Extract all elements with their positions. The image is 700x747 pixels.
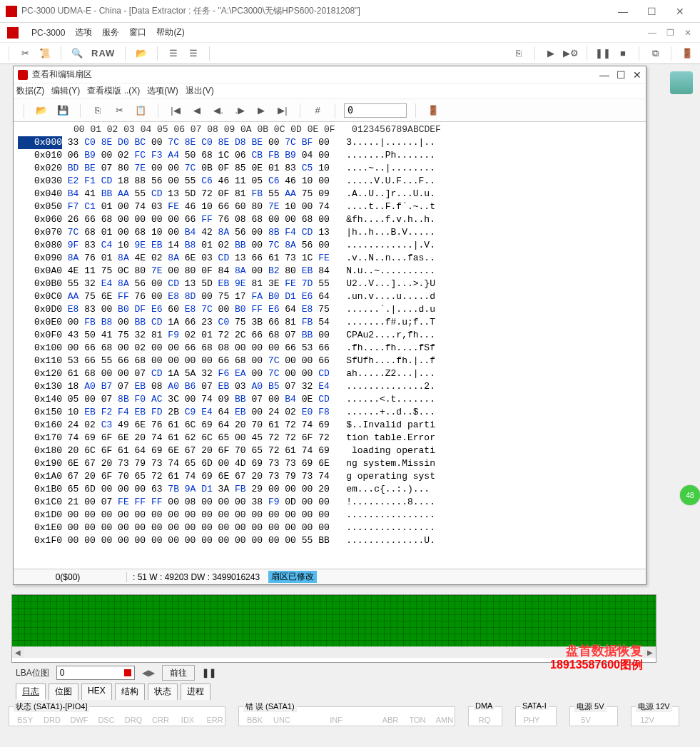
lba-controls: LBA位图 0 ◀▶ 前往 ❚❚ bbox=[16, 665, 658, 681]
status-led: 12V bbox=[637, 716, 657, 724]
hex-row[interactable]: 0x100 00 66 68 00 02 00 00 66 68 08 00 0… bbox=[18, 342, 641, 355]
hex-row[interactable]: 0x0B0 55 32 E4 8A 56 00 CD 13 5D EB 9E 8… bbox=[18, 278, 641, 290]
scroll-left-icon[interactable]: ◀ bbox=[12, 647, 24, 658]
lba-grid[interactable] bbox=[12, 595, 656, 646]
hex-row[interactable]: 0x130 18 A0 B7 07 EB 08 A0 B6 07 EB 03 A… bbox=[18, 380, 641, 393]
hex-cut-icon[interactable]: ✂ bbox=[111, 103, 128, 118]
hex-grid-icon[interactable]: # bbox=[309, 103, 326, 118]
raw-button[interactable]: RAW bbox=[88, 46, 118, 61]
hex-next2-icon[interactable]: .▶ bbox=[231, 103, 248, 118]
hex-row[interactable]: 0x000 33 C0 8E D0 BC 00 7C 8E C0 8E D8 B… bbox=[18, 136, 641, 149]
hex-row[interactable]: 0x1B0 65 6D 00 00 00 63 7B 9A D1 3A FB 2… bbox=[18, 483, 641, 496]
pause-icon[interactable]: ❚❚ bbox=[594, 46, 612, 61]
hex-row[interactable]: 0x1A0 67 20 6F 70 65 72 61 74 69 6E 67 2… bbox=[18, 470, 641, 483]
hex-row[interactable]: 0x1F0 00 00 00 00 00 00 00 00 00 00 00 0… bbox=[18, 534, 641, 547]
hex-row[interactable]: 0x160 24 02 C3 49 6E 76 61 6C 69 64 20 7… bbox=[18, 419, 641, 432]
hex-row[interactable]: 0x0A0 4E 11 75 0C 80 7E 00 80 0F 84 8A 0… bbox=[18, 265, 641, 278]
hex-row[interactable]: 0x1D0 00 00 00 00 00 00 00 00 00 00 00 0… bbox=[18, 509, 641, 522]
menu-help[interactable]: 帮助(Z) bbox=[156, 26, 184, 39]
hex-row[interactable]: 0x040 B4 41 BB AA 55 CD 13 5D 72 0F 81 F… bbox=[18, 188, 641, 200]
hex-row[interactable]: 0x070 7C 68 01 00 68 10 00 B4 42 8A 56 0… bbox=[18, 226, 641, 239]
status-led: PHY bbox=[522, 716, 542, 724]
hex-row[interactable]: 0x020 BD BE 07 80 7E 00 00 7C 0B 0F 85 0… bbox=[18, 162, 641, 175]
hex-row[interactable]: 0x0D0 E8 83 00 B0 DF E6 60 E8 7C 00 B0 F… bbox=[18, 303, 641, 316]
hex-open-icon[interactable]: 📂 bbox=[33, 103, 50, 118]
hex-minimize-button[interactable]: — bbox=[599, 69, 609, 81]
hex-row[interactable]: 0x170 74 69 6F 6E 20 74 61 62 6C 65 00 4… bbox=[18, 432, 641, 444]
tab-proc[interactable]: 进程 bbox=[181, 684, 210, 700]
hex-next-icon[interactable]: ▶ bbox=[253, 103, 270, 118]
hex-row[interactable]: 0x120 61 68 00 00 07 CD 1A 5A 32 F6 EA 0… bbox=[18, 367, 641, 380]
menu-options[interactable]: 选项 bbox=[75, 26, 92, 39]
hex-exit-icon[interactable]: 🚪 bbox=[425, 103, 442, 118]
menu-service[interactable]: 服务 bbox=[102, 26, 119, 39]
exit-icon[interactable]: 🚪 bbox=[679, 46, 696, 61]
hex-row[interactable]: 0x030 E2 F1 CD 18 88 56 00 55 C6 46 11 0… bbox=[18, 175, 641, 188]
hex-paste-icon[interactable]: 📋 bbox=[132, 103, 149, 118]
hex-row[interactable]: 0x080 9F 83 C4 10 9E EB 14 B8 01 02 BB 0… bbox=[18, 239, 641, 252]
hex-save-icon[interactable]: 💾 bbox=[54, 103, 71, 118]
hex-menu-exit[interactable]: 退出(V) bbox=[186, 85, 214, 97]
tab-hex[interactable]: HEX bbox=[81, 684, 112, 700]
hex-menu-data[interactable]: 数据(Z) bbox=[16, 85, 44, 97]
tools-icon[interactable]: ✂ bbox=[16, 46, 34, 61]
play-gear-icon[interactable]: ▶⚙ bbox=[562, 46, 579, 61]
lba-pause-icon[interactable]: ❚❚ bbox=[202, 668, 216, 678]
hex-row[interactable]: 0x010 06 B9 00 02 FC F3 A4 50 68 1C 06 C… bbox=[18, 149, 641, 162]
hex-maximize-button[interactable]: ☐ bbox=[617, 69, 626, 81]
tab-log[interactable]: 日志 bbox=[16, 684, 46, 700]
scroll-right-icon[interactable]: ▶ bbox=[644, 647, 656, 658]
hex-title-bar: 查看和编辑扇区 — ☐ ✕ bbox=[14, 66, 646, 83]
minimize-button[interactable]: — bbox=[609, 1, 637, 21]
play-icon[interactable]: ▶ bbox=[542, 46, 559, 61]
hex-row[interactable]: 0x0C0 AA 75 6E FF 76 00 E8 8D 00 75 17 F… bbox=[18, 290, 641, 303]
drive-icon[interactable] bbox=[670, 71, 693, 94]
hex-row[interactable]: 0x1E0 00 00 00 00 00 00 00 00 00 00 00 0… bbox=[18, 522, 641, 534]
open-icon[interactable]: 📂 bbox=[133, 46, 150, 61]
tab-struct[interactable]: 结构 bbox=[115, 684, 145, 700]
hex-row[interactable]: 0x190 6E 67 20 73 79 73 74 65 6D 00 4D 6… bbox=[18, 457, 641, 470]
export-icon[interactable]: ⎘ bbox=[510, 46, 527, 61]
scroll-icon[interactable]: 📜 bbox=[36, 46, 54, 61]
bottom-tabs: 日志 位图 HEX 结构 状态 进程 bbox=[16, 684, 210, 700]
hex-close-button[interactable]: ✕ bbox=[633, 69, 641, 81]
go-button[interactable]: 前往 bbox=[162, 665, 195, 681]
list-icon-2[interactable]: ☰ bbox=[185, 46, 202, 61]
mdi-minimize-button[interactable]: — bbox=[645, 26, 659, 39]
hex-row[interactable]: 0x140 05 00 07 8B F0 AC 3C 00 74 09 BB 0… bbox=[18, 393, 641, 406]
hex-first-icon[interactable]: |◀ bbox=[167, 103, 184, 118]
hex-menu-options[interactable]: 选项(W) bbox=[147, 85, 178, 97]
maximize-button[interactable]: ☐ bbox=[637, 1, 666, 21]
hex-row[interactable]: 0x110 53 66 55 66 68 00 00 00 00 66 68 0… bbox=[18, 355, 641, 367]
hex-menu-view[interactable]: 查看模版 ..(X) bbox=[87, 85, 140, 97]
hex-dump[interactable]: 00 01 02 03 04 05 06 07 08 09 0A 0B 0C 0… bbox=[14, 122, 646, 569]
hex-row[interactable]: 0x150 10 EB F2 F4 EB FD 2B C9 E4 64 EB 0… bbox=[18, 406, 641, 419]
hex-prev-icon[interactable]: ◀ bbox=[188, 103, 206, 118]
lba-input[interactable]: 0 bbox=[56, 666, 135, 680]
search-icon[interactable]: 🔍 bbox=[69, 46, 86, 61]
menu-window[interactable]: 窗口 bbox=[129, 26, 146, 39]
hex-prev2-icon[interactable]: ◀. bbox=[210, 103, 227, 118]
mdi-close-button[interactable]: ✕ bbox=[681, 26, 694, 39]
hex-row[interactable]: 0x180 20 6C 6F 61 64 69 6E 67 20 6F 70 6… bbox=[18, 444, 641, 457]
hex-menu-edit[interactable]: 编辑(Y) bbox=[51, 85, 80, 97]
list-icon-1[interactable]: ☰ bbox=[165, 46, 182, 61]
stop-icon[interactable]: ■ bbox=[614, 46, 631, 61]
hex-row[interactable]: 0x060 26 66 68 00 00 00 00 66 FF 76 08 6… bbox=[18, 213, 641, 226]
lba-scrollbar[interactable]: ◀ ▶ bbox=[12, 646, 656, 658]
hex-offset-input[interactable] bbox=[344, 103, 407, 118]
hex-row[interactable]: 0x050 F7 C1 01 00 74 03 FE 46 10 66 60 8… bbox=[18, 200, 641, 213]
mdi-restore-button[interactable]: ❐ bbox=[664, 26, 677, 39]
hex-row[interactable]: 0x090 8A 76 01 8A 4E 02 8A 6E 03 CD 13 6… bbox=[18, 252, 641, 265]
hex-last-icon[interactable]: ▶| bbox=[274, 103, 291, 118]
copy-icon[interactable]: ⧉ bbox=[646, 46, 664, 61]
lba-stepper-icon[interactable]: ◀▶ bbox=[142, 668, 155, 678]
tab-status[interactable]: 状态 bbox=[148, 684, 178, 700]
tab-map[interactable]: 位图 bbox=[49, 684, 78, 700]
hex-row[interactable]: 0x1C0 21 00 07 FE FF FF 00 08 00 00 00 3… bbox=[18, 496, 641, 509]
close-button[interactable]: ✕ bbox=[666, 1, 694, 21]
hex-row[interactable]: 0x0E0 00 FB B8 00 BB CD 1A 66 23 C0 75 3… bbox=[18, 316, 641, 329]
hex-copy-icon[interactable]: ⎘ bbox=[89, 103, 106, 118]
hex-row[interactable]: 0x0F0 43 50 41 75 32 81 F9 02 01 72 2C 6… bbox=[18, 329, 641, 342]
hex-info: : 51 W : 49203 DW : 3499016243 bbox=[126, 572, 260, 582]
